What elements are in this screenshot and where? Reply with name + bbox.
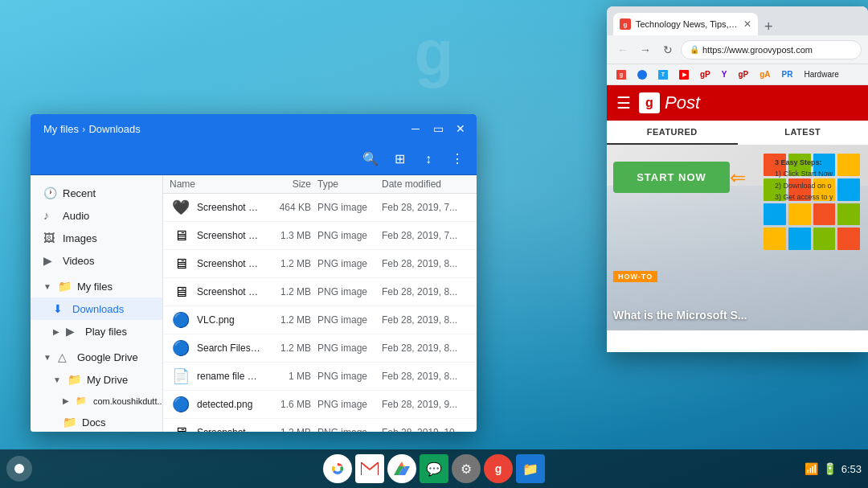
bookmark-pr[interactable]: PR xyxy=(779,68,796,80)
sidebar-item-videos[interactable]: ▶ Videos xyxy=(31,249,162,272)
col-header-date[interactable]: Date modified xyxy=(382,178,470,190)
maximize-button[interactable]: ▭ xyxy=(428,119,448,138)
sort-button[interactable]: ↕ xyxy=(416,146,441,172)
table-row[interactable]: 🔵 Search Files.png 1.2 MB PNG image Feb … xyxy=(163,334,477,363)
more-options-button[interactable]: ⋮ xyxy=(444,146,470,172)
file-manager-titlebar: My files › Downloads ─ ▭ ✕ xyxy=(31,114,477,143)
sidebar-item-com[interactable]: ▶ 📁 com.koushikdutt... xyxy=(31,391,162,411)
file-type: PNG image xyxy=(317,258,382,269)
table-row[interactable]: 🔵 VLC.png 1.2 MB PNG image Feb 28, 2019,… xyxy=(163,306,477,334)
taskbar-settings[interactable]: ⚙ xyxy=(452,454,481,483)
taskbar-left xyxy=(6,456,39,482)
browser-tab-active[interactable]: g Technology News, Tips, Review... ✕ xyxy=(613,13,758,35)
table-row[interactable]: 🖥 Screenshot 2019-02-28 at 10.... 1.2 MB… xyxy=(163,419,477,432)
sidebar-item-playfiles[interactable]: ▶ ▶ Play files xyxy=(31,320,162,342)
table-row[interactable]: 🖥 Screenshot 2019-02-28 at 7.5... 1.3 MB… xyxy=(163,222,477,250)
sidebar-item-audio[interactable]: ♪ Audio xyxy=(31,204,162,227)
sidebar-label-audio: Audio xyxy=(63,210,89,222)
taskbar-chrome[interactable] xyxy=(323,454,352,483)
file-name: detected.png xyxy=(197,399,261,410)
ms-tile-blue4 xyxy=(788,228,811,250)
file-name: Screenshot 2019-02-28 at 7.5... xyxy=(197,202,261,213)
col-header-type[interactable]: Type xyxy=(317,178,382,190)
taskbar-gmail[interactable] xyxy=(355,454,384,483)
bookmark-gp2[interactable]: gP xyxy=(735,68,751,80)
menu-icon[interactable]: ☰ xyxy=(616,93,631,113)
sidebar-item-recent[interactable]: 🕐 Recent xyxy=(31,182,162,204)
file-size: 1.2 MB xyxy=(261,286,317,297)
file-type: PNG image xyxy=(317,230,382,241)
table-row[interactable]: 🖥 Screenshot 2019-02-28 at 8.4... 1.2 MB… xyxy=(163,250,477,278)
sidebar-item-myfiles[interactable]: ▼ 📁 My files xyxy=(31,275,162,297)
bookmark-item-3[interactable]: T xyxy=(655,68,671,81)
bookmark-ga[interactable]: gA xyxy=(756,68,773,80)
bookmark-hardware[interactable]: Hardware xyxy=(800,68,841,80)
playfiles-icon: ▶ xyxy=(66,325,79,338)
reload-button[interactable]: ↻ xyxy=(658,40,678,59)
sidebar-label-myfiles: My files xyxy=(77,281,113,293)
bookmark-pr-text: PR xyxy=(782,70,793,79)
groovypost-header: ☰ g Post xyxy=(607,85,868,121)
table-row[interactable]: 📄 rename file management.png 1 MB PNG im… xyxy=(163,363,477,391)
lock-icon: 🔒 xyxy=(690,45,699,54)
step3: 3) Get access to y xyxy=(775,191,865,203)
tab-close-button[interactable]: ✕ xyxy=(743,18,751,30)
breadcrumb-root[interactable]: My files xyxy=(43,123,79,135)
table-row[interactable]: 🔵 detected.png 1.6 MB PNG image Feb 28, … xyxy=(163,391,477,419)
url-bar[interactable]: 🔒 https://www.groovypost.com xyxy=(681,40,862,59)
expand-playfiles-icon: ▶ xyxy=(53,327,59,336)
cta-button[interactable]: START NOW xyxy=(613,162,730,193)
table-row[interactable]: 🖤 Screenshot 2019-02-28 at 7.5... 464 KB… xyxy=(163,194,477,222)
file-date: Feb 28, 2019, 8... xyxy=(382,342,470,354)
bookmark-ga-text: gA xyxy=(760,70,770,79)
gmail-icon xyxy=(361,462,379,475)
sidebar-item-docs[interactable]: 📁 Docs xyxy=(31,411,162,432)
launcher-button[interactable] xyxy=(6,456,32,482)
back-button[interactable]: ← xyxy=(613,40,633,59)
nav-featured[interactable]: FEATURED xyxy=(607,121,738,145)
bookmark-item-4[interactable]: ▶ xyxy=(676,68,692,81)
taskbar-right: 📶 🔋 6:53 xyxy=(805,462,862,475)
expand-mydrive-icon: ▼ xyxy=(53,375,61,384)
file-type: PNG image xyxy=(317,399,382,410)
search-button[interactable]: 🔍 xyxy=(358,146,383,172)
nav-latest[interactable]: LATEST xyxy=(738,121,869,145)
table-row[interactable]: 🖥 Screenshot 2019-02-28 at 8.4... 1.2 MB… xyxy=(163,278,477,306)
file-type: PNG image xyxy=(317,314,382,326)
grid-view-button[interactable]: ⊞ xyxy=(387,146,412,172)
bookmark-yahoo[interactable]: Y xyxy=(719,68,731,80)
col-header-name[interactable]: Name xyxy=(170,178,261,190)
new-tab-button[interactable]: + xyxy=(761,18,776,35)
hero-area: START NOW ⇐ 3 Easy Steps: 1) Click Start… xyxy=(607,146,868,330)
taskbar-files[interactable]: 📁 xyxy=(516,454,545,483)
sidebar-item-downloads[interactable]: ⬇ Downloads xyxy=(31,297,162,320)
settings-icon: ⚙ xyxy=(461,461,472,477)
col-header-size[interactable]: Size xyxy=(261,178,317,190)
sidebar-item-googledrive[interactable]: ▼ △ Google Drive xyxy=(31,346,162,368)
minimize-button[interactable]: ─ xyxy=(406,119,425,138)
sidebar-item-mydrive[interactable]: ▼ 📁 My Drive xyxy=(31,368,162,391)
forward-button[interactable]: → xyxy=(636,40,655,59)
docs-folder-icon: 📁 xyxy=(63,416,76,429)
file-manager-toolbar: 🔍 ⊞ ↕ ⋮ xyxy=(31,143,477,175)
expand-drive-icon: ▼ xyxy=(43,353,51,362)
sidebar-item-images[interactable]: 🖼 Images xyxy=(31,227,162,249)
com-folder-icon: 📁 xyxy=(76,396,87,406)
file-type: PNG image xyxy=(317,286,382,297)
close-button[interactable]: ✕ xyxy=(451,119,470,138)
file-date: Feb 28, 2019, 7... xyxy=(382,230,470,241)
recent-icon: 🕐 xyxy=(43,187,56,199)
file-date: Feb 28, 2019, 8... xyxy=(382,258,470,269)
bookmark-gp-text: gP xyxy=(700,70,710,79)
taskbar-center: 💬 ⚙ g 📁 xyxy=(323,454,545,483)
bookmark-gp[interactable]: gP xyxy=(697,68,714,80)
files-icon: 📁 xyxy=(522,461,538,477)
bookmark-item-2[interactable] xyxy=(634,68,650,81)
bookmark-item[interactable]: g xyxy=(613,68,629,81)
taskbar-g[interactable]: g xyxy=(484,454,513,483)
sidebar-label-recent: Recent xyxy=(63,187,96,199)
file-type-icon: 🖥 xyxy=(170,421,192,432)
taskbar-docs[interactable]: 💬 xyxy=(420,454,448,483)
taskbar-drive[interactable] xyxy=(387,454,416,483)
file-type-icon: 📄 xyxy=(170,365,192,388)
